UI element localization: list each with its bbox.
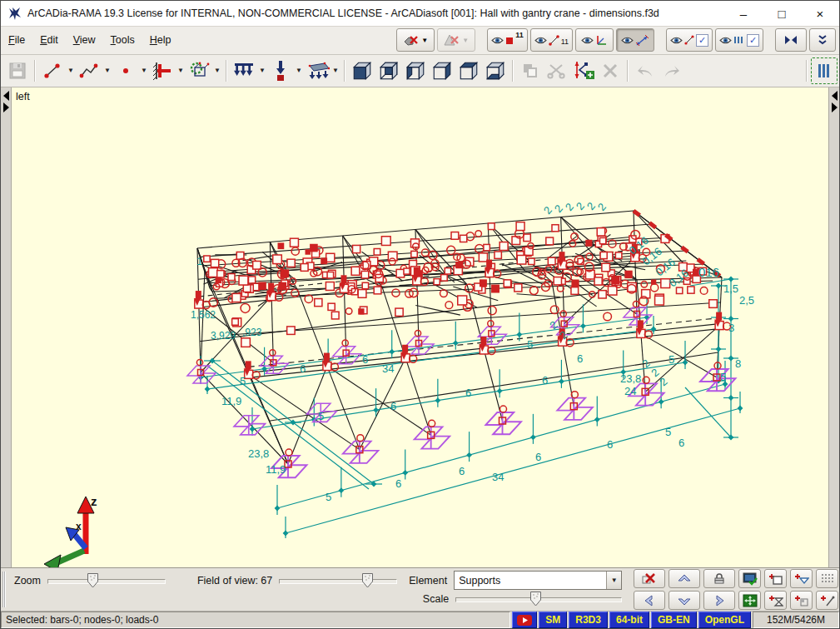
menu-file[interactable]: File: [1, 31, 32, 49]
add-distributed-load-dropdown[interactable]: ▼: [257, 58, 267, 83]
add-triangle-view-button[interactable]: [790, 569, 813, 588]
add-partial-grid-button[interactable]: [790, 591, 813, 610]
svg-text:3: 3: [728, 322, 734, 334]
model-canvas[interactable]: left 12222220,160,160,160,160161,52,5385…: [12, 87, 828, 568]
add-section-line-button[interactable]: [816, 591, 838, 610]
checkbox-checked-icon[interactable]: ✓: [747, 34, 759, 47]
panel-grip[interactable]: [2, 572, 6, 607]
lock-icon: [713, 572, 725, 585]
svg-text:5: 5: [326, 491, 331, 503]
view-back-button[interactable]: [375, 57, 402, 84]
show-bars-button[interactable]: 11: [530, 28, 573, 52]
add-point-load-dropdown[interactable]: ▼: [294, 58, 304, 83]
zoom-slider-thumb[interactable]: [87, 573, 98, 588]
add-node-dropdown[interactable]: ▼: [139, 58, 149, 83]
grid-toggle-button[interactable]: [816, 569, 838, 588]
view-front-button[interactable]: [349, 57, 375, 84]
status-badge-opengl[interactable]: OpenGL: [698, 612, 751, 628]
add-bar-button[interactable]: [39, 57, 66, 84]
pan-left-button[interactable]: [634, 591, 665, 610]
fit-horizontal-button[interactable]: [775, 28, 807, 52]
zoom-slider[interactable]: [47, 573, 166, 588]
copy-button[interactable]: [517, 57, 544, 84]
scale-slider[interactable]: [455, 592, 622, 607]
add-rect-view-button[interactable]: [764, 569, 787, 588]
menu-edit[interactable]: Edit: [32, 31, 66, 49]
display-mode-dropdown[interactable]: ▼: [396, 28, 435, 52]
close-button[interactable]: ×: [801, 1, 839, 26]
add-support-button[interactable]: [149, 57, 176, 84]
combo-dropdown-icon[interactable]: ▼: [606, 572, 621, 589]
right-panel-toggle[interactable]: [828, 87, 839, 568]
status-badge-gben[interactable]: GB-EN: [651, 612, 697, 628]
pan-down-button[interactable]: [669, 591, 700, 610]
status-badge-sm[interactable]: SM: [539, 612, 567, 628]
lock-view-button[interactable]: [703, 569, 735, 588]
shading-mode-dropdown[interactable]: ▼: [437, 28, 475, 52]
view-bottom-button[interactable]: [482, 57, 509, 84]
grid-visibility-toggle[interactable]: ✓: [715, 28, 763, 52]
maximize-button[interactable]: □: [763, 1, 801, 26]
add-bar-dropdown[interactable]: ▼: [66, 58, 76, 83]
add-support-dropdown[interactable]: ▼: [176, 58, 186, 83]
svg-text:1,5: 1,5: [723, 282, 738, 295]
eye-icon: [719, 36, 732, 45]
element-combobox[interactable]: Supports ▼: [454, 571, 622, 590]
add-polyline-dropdown[interactable]: ▼: [102, 58, 112, 83]
show-axes-button[interactable]: [575, 28, 614, 52]
dimension-tool-button[interactable]: [570, 57, 597, 84]
svg-text:5: 5: [720, 371, 726, 383]
show-dimensions-button[interactable]: [616, 28, 654, 52]
add-surface-load-button[interactable]: [304, 57, 331, 84]
model-viewport[interactable]: 12222220,160,160,160,160161,52,538523,82…: [12, 87, 828, 568]
scissors-icon: [547, 62, 567, 80]
add-node-button[interactable]: [112, 57, 139, 84]
svg-text:34: 34: [492, 471, 504, 483]
svg-text:23,8: 23,8: [248, 447, 269, 460]
eye-icon: [621, 36, 634, 45]
fit-view-button[interactable]: [738, 591, 761, 610]
undo-button[interactable]: [632, 57, 659, 84]
structure-generator-button[interactable]: [186, 57, 212, 84]
status-badge-64bit[interactable]: 64-bit: [609, 612, 649, 628]
delete-button[interactable]: [597, 57, 624, 84]
redo-button[interactable]: [659, 57, 685, 84]
fov-slider-thumb[interactable]: [362, 573, 373, 588]
structure-generator-dropdown[interactable]: ▼: [212, 58, 222, 83]
selection-filter-button[interactable]: [811, 57, 838, 84]
pan-right-button[interactable]: [703, 591, 735, 610]
menu-view[interactable]: View: [66, 31, 103, 49]
collapse-right-icon: [832, 91, 838, 101]
menu-help[interactable]: Help: [142, 31, 179, 49]
play-icon: [517, 615, 532, 626]
minimize-button[interactable]: –: [724, 1, 763, 26]
add-surface-load-dropdown[interactable]: ▼: [331, 58, 340, 83]
collapse-toolbar-button[interactable]: [809, 28, 836, 52]
delete-view-button[interactable]: [634, 569, 665, 588]
pan-up-button[interactable]: [669, 569, 700, 588]
menu-tools[interactable]: Tools: [103, 31, 142, 49]
fov-slider[interactable]: [279, 573, 397, 588]
view-top-button[interactable]: [455, 57, 482, 84]
scale-slider-thumb[interactable]: [530, 592, 541, 607]
video-help-badge[interactable]: [512, 612, 537, 628]
save-button[interactable]: [4, 57, 31, 84]
add-distributed-load-button[interactable]: [231, 57, 257, 84]
eye-icon: [491, 36, 504, 45]
show-nodes-button[interactable]: 11: [487, 28, 528, 52]
cut-button[interactable]: [544, 57, 570, 84]
svg-text:34: 34: [382, 362, 394, 375]
add-point-load-button[interactable]: [267, 57, 294, 84]
add-polyline-button[interactable]: [76, 57, 102, 84]
svg-text:6: 6: [678, 437, 684, 449]
view-left-button[interactable]: [402, 57, 429, 84]
svg-text:6: 6: [542, 374, 548, 387]
add-hourglass-button[interactable]: [764, 591, 787, 610]
left-panel-toggle[interactable]: [1, 87, 12, 568]
checkbox-checked-icon[interactable]: ✓: [696, 34, 708, 47]
bars-visibility-toggle[interactable]: ✓: [666, 28, 713, 52]
svg-text:24: 24: [624, 385, 636, 397]
screen-settings-button[interactable]: [738, 569, 761, 588]
view-right-button[interactable]: [429, 57, 455, 84]
status-badge-r3d3[interactable]: R3D3: [569, 612, 608, 628]
